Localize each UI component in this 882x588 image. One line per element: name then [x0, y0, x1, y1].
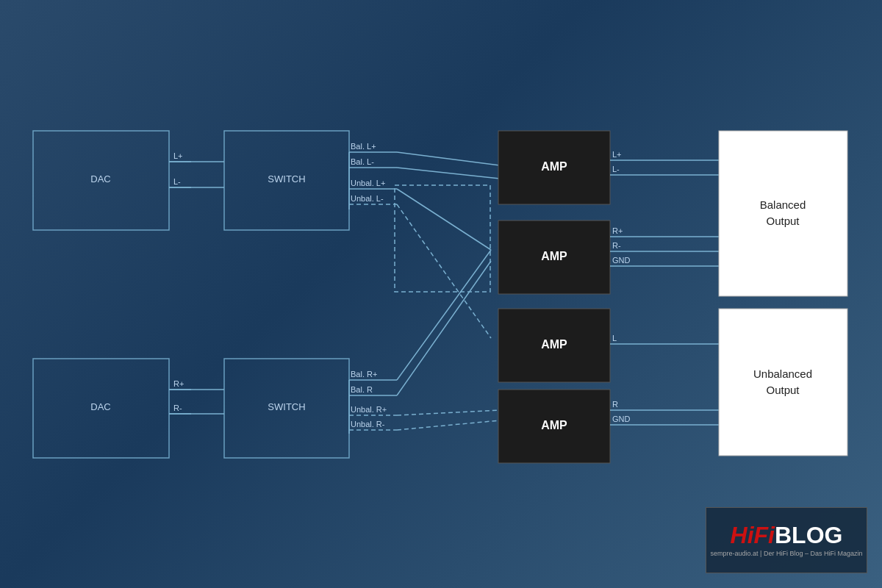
amp-tr-label: AMP [541, 250, 567, 262]
out-r-label: R [612, 400, 618, 409]
out-lplus-label: L+ [612, 150, 622, 159]
svg-line-22 [397, 250, 491, 380]
unbal-lminus-label: Unbal. L- [351, 194, 384, 203]
unbal-rplus-label: Unbal. R+ [351, 405, 387, 414]
out-rplus-label: R+ [612, 226, 623, 235]
svg-rect-19 [395, 185, 490, 292]
svg-line-17 [397, 152, 500, 165]
dac-left-lplus-label: L+ [173, 151, 183, 160]
unbal-rminus-label: Unbal. R- [351, 420, 385, 429]
out-rminus-label: R- [612, 241, 621, 250]
logo-area: HiFiBLOG sempre-audio.at | Der HiFi Blog… [706, 507, 867, 573]
balanced-output-box [719, 131, 847, 296]
dac-right-rplus-label: R+ [173, 379, 184, 388]
bal-lminus-label: Bal. L- [351, 157, 374, 166]
out-l-label: L [612, 334, 617, 343]
out-gnd2-label: GND [612, 415, 631, 423]
bal-lplus-label: Bal. L+ [351, 142, 376, 151]
amp-br-label: AMP [541, 419, 567, 431]
dac-left-lminus-label: L- [173, 177, 181, 186]
logo-blog: BLOG [775, 522, 842, 548]
svg-line-20 [397, 189, 491, 250]
unbal-lplus-label: Unbal. L+ [351, 179, 385, 187]
dac-left-label: DAC [90, 173, 110, 184]
bal-rplus-label: Bal. R+ [351, 370, 377, 379]
amp-tl-label: AMP [541, 160, 567, 173]
switch-right-label: SWITCH [268, 401, 305, 412]
diagram-container: .box-stroke { stroke: #6a9fc0; stroke-wi… [0, 0, 882, 588]
dac-right-label: DAC [90, 401, 110, 412]
balanced-output-line1: Balanced [760, 198, 806, 211]
bal-r-label: Bal. R [351, 385, 373, 394]
logo-hifi: HiFi [731, 522, 775, 548]
logo-text: HiFiBLOG [731, 523, 843, 547]
amp-bl-label: AMP [541, 338, 567, 351]
unbalanced-output-line1: Unbalanced [753, 368, 812, 380]
dac-right-rminus-label: R- [173, 404, 182, 412]
logo-subtitle: sempre-audio.at | Der HiFi Blog – Das Hi… [711, 550, 863, 557]
unbalanced-output-box [719, 309, 847, 456]
balanced-output-line2: Output [766, 215, 800, 227]
svg-line-23 [397, 261, 491, 395]
out-lminus-label: L- [612, 165, 620, 173]
svg-line-24 [397, 410, 500, 415]
unbalanced-output-line2: Output [766, 384, 800, 396]
switch-left-label: SWITCH [268, 173, 305, 184]
svg-line-18 [397, 168, 500, 179]
svg-line-25 [397, 420, 500, 430]
svg-line-21 [397, 204, 491, 338]
circuit-diagram: .box-stroke { stroke: #6a9fc0; stroke-wi… [0, 0, 882, 588]
out-gnd1-label: GND [612, 256, 631, 265]
